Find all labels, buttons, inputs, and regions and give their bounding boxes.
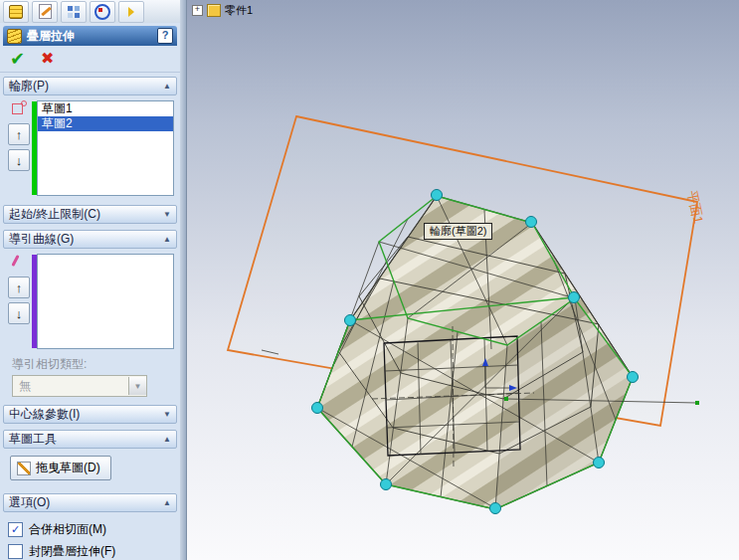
- options-title: 選項(O): [9, 494, 50, 511]
- profiles-title: 輪廓(P): [9, 78, 49, 94]
- profiles-icon: [11, 100, 27, 114]
- drag-sketch-icon: [17, 462, 31, 475]
- chevron-down-icon: ▼: [163, 210, 171, 219]
- list-item[interactable]: 草圖2: [38, 116, 173, 131]
- profiles-controls: ↑ ↓: [6, 100, 32, 196]
- list-item[interactable]: 草圖1: [38, 101, 173, 116]
- start-end-title: 起始/終止限制(C): [9, 206, 100, 223]
- chevron-down-icon: ▼: [163, 410, 171, 419]
- section-header-start-end[interactable]: 起始/終止限制(C) ▼: [3, 205, 177, 224]
- arrow-tab-button[interactable]: [118, 1, 144, 23]
- configurations-tab-button[interactable]: [61, 1, 87, 23]
- section-header-guide-curves[interactable]: 導引曲線(G) ▲: [3, 230, 177, 249]
- target-tab-button[interactable]: [90, 1, 115, 23]
- vertex-handle: [569, 292, 580, 303]
- chevron-up-icon: ▲: [163, 498, 171, 507]
- guide-tangency-value: 無: [19, 378, 31, 395]
- profiles-body: ↑ ↓ 草圖1 草圖2: [0, 95, 180, 199]
- tree-expand-button[interactable]: +: [192, 5, 203, 16]
- propertymanager-title-bar: 疊層拉伸 ?: [3, 26, 177, 46]
- confirm-row: ✔ ✖: [0, 46, 180, 73]
- move-guide-up-button[interactable]: ↑: [8, 277, 30, 298]
- move-profile-down-button[interactable]: ↓: [8, 149, 30, 171]
- guide-curves-body: ↑ ↓: [0, 249, 180, 352]
- section-header-sketch-tools[interactable]: 草圖工具 ▲: [3, 430, 177, 449]
- profiles-listbox[interactable]: 草圖1 草圖2: [37, 100, 174, 196]
- chevron-up-icon: ▲: [163, 82, 171, 91]
- panel-splitter[interactable]: [180, 0, 187, 560]
- vertex-handle: [432, 190, 443, 201]
- vertex-handle: [594, 458, 605, 468]
- move-profile-up-button[interactable]: ↑: [8, 123, 30, 145]
- ok-button[interactable]: ✔: [10, 49, 25, 69]
- yellow-arrow-icon: [128, 7, 134, 17]
- graphics-viewport[interactable]: + 零件1 輪廓(草圖2) 平面1: [187, 0, 739, 560]
- sketch-tools-title: 草圖工具: [9, 431, 57, 448]
- feature-tree-root: + 零件1: [192, 3, 253, 18]
- drag-sketch-label: 拖曳草圖(D): [36, 460, 100, 476]
- vertex-handle: [345, 315, 356, 326]
- loft-icon: [7, 29, 22, 44]
- crosshair-target-icon: [94, 4, 110, 20]
- merge-tangent-label: 合併相切面(M): [29, 521, 106, 538]
- configurations-icon: [68, 6, 80, 18]
- cancel-button[interactable]: ✖: [41, 49, 54, 69]
- chevron-up-icon: ▲: [163, 235, 171, 244]
- options-body: ✓ 合併相切面(M) 封閉疊層拉伸(F): [0, 512, 180, 560]
- sketch-tools-body: 拖曳草圖(D): [0, 449, 180, 487]
- guide-curves-icon: [11, 254, 27, 268]
- 3d-scene[interactable]: [187, 0, 739, 560]
- guide-curves-title: 導引曲線(G): [9, 231, 74, 248]
- vertex-handle: [381, 479, 392, 490]
- move-guide-down-button[interactable]: ↓: [8, 302, 30, 324]
- profile-tooltip: 輪廓(草圖2): [424, 223, 492, 240]
- vertex-handle: [490, 503, 501, 514]
- merge-tangent-checkbox[interactable]: ✓: [8, 522, 23, 537]
- part-icon: [207, 4, 221, 17]
- vertex-handle: [526, 217, 537, 228]
- loft-propertymanager: 疊層拉伸 ? ✔ ✖ 輪廓(P) ▲ ↑ ↓ 草圖1 草圖2: [0, 23, 180, 560]
- merge-tangent-row: ✓ 合併相切面(M): [8, 521, 172, 538]
- sketch-edit-tab-button[interactable]: [32, 1, 58, 23]
- section-header-centerline[interactable]: 中心線參數(I) ▼: [3, 405, 177, 424]
- close-loft-row: 封閉疊層拉伸(F): [8, 543, 172, 560]
- features-tab-button[interactable]: [3, 1, 29, 23]
- help-button[interactable]: ?: [157, 28, 173, 44]
- guide-tangency-label: 導引相切類型:: [12, 356, 172, 373]
- propertymanager-tab-bar: [0, 0, 180, 24]
- guide-controls: ↑ ↓: [6, 254, 32, 349]
- panel-title: 疊層拉伸: [27, 28, 75, 45]
- loft-feature-icon: [9, 5, 23, 19]
- dropdown-arrow-icon[interactable]: ▼: [128, 377, 146, 395]
- solidworks-window: { "icons": { "plus": "+", "help": "?", "…: [0, 0, 739, 560]
- vertex-handle: [312, 403, 323, 414]
- guide-curves-listbox[interactable]: [37, 254, 174, 349]
- part-name[interactable]: 零件1: [225, 3, 253, 18]
- chevron-up-icon: ▲: [163, 435, 171, 444]
- left-column: 疊層拉伸 ? ✔ ✖ 輪廓(P) ▲ ↑ ↓ 草圖1 草圖2: [0, 0, 180, 560]
- close-loft-label: 封閉疊層拉伸(F): [29, 543, 115, 560]
- guide-tangency-dropdown[interactable]: 無 ▼: [12, 375, 147, 397]
- section-header-profiles[interactable]: 輪廓(P) ▲: [3, 77, 177, 95]
- centerline-title: 中心線參數(I): [9, 406, 80, 423]
- drag-sketch-button[interactable]: 拖曳草圖(D): [10, 456, 111, 480]
- section-header-options[interactable]: 選項(O) ▲: [3, 493, 177, 512]
- vertex-handle: [628, 372, 639, 383]
- sketch-pencil-icon: [39, 4, 52, 19]
- close-loft-checkbox[interactable]: [8, 544, 23, 559]
